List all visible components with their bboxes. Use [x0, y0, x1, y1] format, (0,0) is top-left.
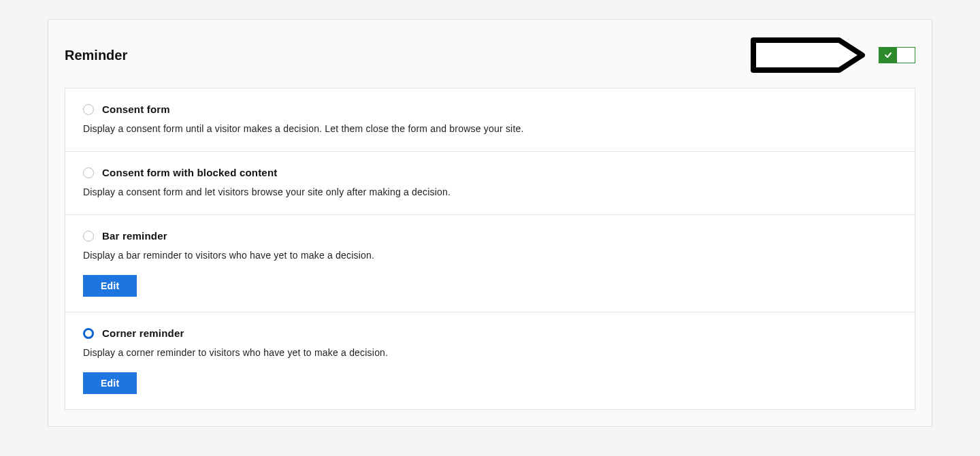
radio-consent-form[interactable] — [83, 104, 94, 115]
reminder-toggle[interactable] — [879, 47, 915, 63]
radio-bar-reminder[interactable] — [83, 231, 94, 242]
radio-consent-form-blocked[interactable] — [83, 167, 94, 178]
option-consent-form[interactable]: Consent form Display a consent form unti… — [65, 88, 915, 152]
option-head: Consent form with blocked content — [83, 167, 897, 178]
toggle-on-side — [879, 48, 897, 63]
edit-button-bar-reminder[interactable]: Edit — [83, 275, 137, 297]
section-title: Reminder — [65, 48, 127, 63]
option-title: Bar reminder — [102, 230, 167, 242]
header-controls — [749, 36, 915, 74]
option-title: Consent form — [102, 103, 170, 115]
option-head: Bar reminder — [83, 230, 897, 242]
option-head: Corner reminder — [83, 327, 897, 339]
option-head: Consent form — [83, 103, 897, 115]
toggle-off-side — [897, 48, 915, 63]
option-description: Display a consent form until a visitor m… — [83, 122, 897, 136]
option-corner-reminder[interactable]: Corner reminder Display a corner reminde… — [65, 312, 915, 409]
option-title: Corner reminder — [102, 327, 184, 339]
options-list: Consent form Display a consent form unti… — [65, 88, 915, 410]
radio-corner-reminder[interactable] — [83, 328, 94, 339]
option-description: Display a corner reminder to visitors wh… — [83, 346, 897, 360]
option-description: Display a bar reminder to visitors who h… — [83, 248, 897, 263]
option-title: Consent form with blocked content — [102, 167, 277, 178]
tag-icon — [749, 36, 866, 74]
edit-button-corner-reminder[interactable]: Edit — [83, 372, 137, 394]
check-icon — [884, 51, 892, 59]
option-description: Display a consent form and let visitors … — [83, 185, 897, 199]
panel-header: Reminder — [65, 36, 915, 74]
reminder-panel: Reminder Consent form — [48, 19, 932, 427]
option-consent-form-blocked[interactable]: Consent form with blocked content Displa… — [65, 152, 915, 215]
option-bar-reminder[interactable]: Bar reminder Display a bar reminder to v… — [65, 215, 915, 312]
